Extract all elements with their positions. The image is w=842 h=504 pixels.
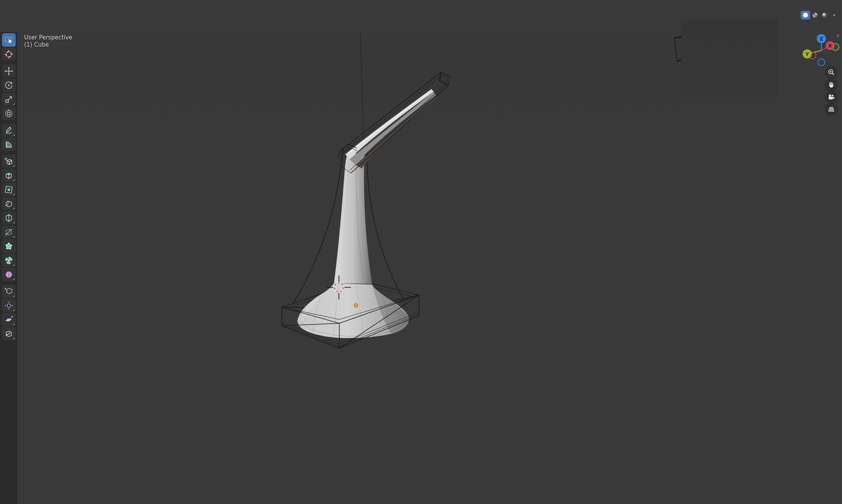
tool-transform[interactable] — [2, 107, 16, 120]
tool-measure[interactable] — [2, 138, 16, 151]
viewport-canvas[interactable]: X Y Z Options ⌄ — [0, 20, 842, 504]
tool-move[interactable] — [2, 64, 16, 78]
tab-rendering[interactable]: Rendering — [401, 0, 440, 9]
shading-rendered-button[interactable] — [820, 11, 829, 20]
tab-modeling[interactable]: Modeling — [169, 0, 204, 9]
select-op-subtract[interactable] — [33, 21, 42, 31]
tool-loop-cut[interactable] — [2, 211, 16, 224]
menu-edit[interactable]: Edit — [31, 0, 51, 9]
tool-settings-right: X Y Z Options ⌄ — [746, 22, 837, 31]
snap-toggle[interactable] — [423, 11, 432, 20]
transform-orientation-dropdown[interactable]: Global ▾ — [366, 11, 403, 20]
proportional-edit-toggle[interactable] — [448, 11, 458, 20]
tab-animation[interactable]: Animation — [362, 0, 400, 9]
menu-render[interactable]: Render — [51, 0, 79, 9]
shading-wireframe-button[interactable] — [791, 11, 801, 20]
menu-edge[interactable]: Edge — [217, 11, 240, 20]
show-overlays-toggle[interactable] — [757, 11, 767, 20]
editor-type-button[interactable]: ▾ — [3, 11, 19, 20]
lamp-mesh-object[interactable] — [268, 31, 459, 382]
snap-path-icon[interactable] — [787, 23, 796, 29]
tool-bevel[interactable] — [2, 197, 16, 210]
pivot-point-dropdown[interactable]: ▾ — [405, 11, 420, 20]
sidebar-collapse-arrow[interactable]: ‹ — [837, 32, 839, 39]
menu-view[interactable]: View — [103, 11, 125, 20]
options-dropdown[interactable]: Options ⌄ — [801, 22, 837, 31]
blender-logo-icon[interactable] — [0, 2, 13, 8]
tool-knife[interactable] — [2, 225, 16, 239]
snapping-group: ▾ — [423, 11, 445, 20]
zoom-button[interactable] — [825, 66, 838, 79]
select-op-intersect[interactable] — [54, 21, 63, 31]
pan-button[interactable] — [825, 78, 838, 91]
tool-add-cube[interactable] — [2, 154, 16, 168]
menu-vertex[interactable]: Vertex — [191, 11, 217, 20]
zoom-icon — [827, 68, 835, 76]
tool-rip-region[interactable] — [2, 327, 16, 340]
tool-extrude-region[interactable] — [2, 169, 16, 182]
tool-annotate[interactable] — [2, 124, 16, 137]
tool-settings-bar: X Y Z Options ⌄ — [0, 20, 842, 32]
tool-shear[interactable] — [2, 313, 16, 326]
tab-compositing[interactable]: Compositing — [440, 0, 485, 9]
select-op-invert[interactable] — [43, 21, 53, 31]
tab-uv-editing[interactable]: UV Editing — [242, 0, 281, 9]
show-object-types-dropdown[interactable]: ▾ — [718, 11, 732, 20]
toolbar — [0, 32, 17, 504]
header-center-cluster: Global ▾ ▾ — [366, 11, 470, 20]
xray-toggle[interactable] — [779, 11, 788, 20]
tool-scale[interactable] — [2, 93, 16, 106]
menu-window[interactable]: Window — [80, 0, 111, 9]
snap-with-dropdown[interactable]: ▾ — [433, 11, 445, 20]
mirror-x-button[interactable]: X — [756, 22, 764, 30]
tool-shrink-fatten[interactable] — [2, 299, 16, 312]
tool-edge-slide[interactable] — [2, 285, 16, 298]
tab-shading[interactable]: Shading — [328, 0, 361, 9]
tool-smooth[interactable] — [2, 268, 16, 281]
add-workspace-button[interactable]: + — [580, 0, 591, 9]
show-gizmo-toggle[interactable] — [736, 11, 745, 20]
shading-dropdown[interactable]: ▾ — [829, 11, 839, 20]
tab-texture-paint[interactable]: Texture Paint — [281, 0, 328, 9]
mode-dropdown[interactable]: Edit Mode ▾ — [21, 11, 68, 20]
tab-geometry-nodes[interactable]: Geometry Nodes — [486, 0, 544, 9]
tool-spin[interactable] — [2, 254, 16, 267]
tool-select-box[interactable] — [2, 33, 16, 47]
select-op-set[interactable] — [12, 21, 22, 31]
tool-poly-build[interactable] — [2, 239, 16, 253]
menu-help[interactable]: Help — [111, 0, 132, 9]
camera-view-button[interactable] — [825, 91, 838, 104]
chevron-down-icon: ▾ — [467, 13, 468, 17]
tool-rotate[interactable] — [2, 78, 16, 92]
mirror-z-button[interactable]: Z — [774, 22, 782, 30]
gizmo-dropdown[interactable]: ▾ — [745, 11, 755, 20]
menu-uv[interactable]: UV — [260, 11, 276, 20]
edge-select-icon[interactable] — [80, 11, 90, 20]
shading-material-button[interactable] — [810, 11, 820, 20]
grid-ortho-button[interactable] — [825, 103, 838, 116]
material-sphere-icon — [812, 12, 818, 18]
menu-file[interactable]: File — [13, 0, 31, 9]
vertex-select-icon[interactable] — [71, 11, 80, 20]
select-mode-segment — [71, 11, 100, 20]
tab-sculpting[interactable]: Sculpting — [205, 0, 241, 9]
select-op-extend[interactable] — [23, 21, 32, 31]
tab-layout[interactable]: Layout — [139, 0, 168, 9]
menu-add[interactable]: Add — [150, 11, 169, 20]
shading-solid-button[interactable] — [801, 11, 810, 20]
chevron-down-icon: ▾ — [728, 13, 730, 17]
tab-scripting[interactable]: Scripting — [545, 0, 579, 9]
wireframe-sphere-icon — [793, 12, 799, 18]
menu-select[interactable]: Select — [124, 11, 150, 20]
view-perspective-label: User Perspective — [24, 34, 72, 41]
face-select-icon[interactable] — [90, 11, 100, 20]
tool-cursor[interactable] — [2, 47, 16, 61]
navigation-gizmo[interactable]: Z X Y — [802, 31, 842, 71]
menu-face[interactable]: Face — [240, 11, 260, 20]
tool-inset-faces[interactable] — [2, 183, 16, 196]
falloff-dropdown[interactable]: ▾ — [458, 11, 470, 20]
overlays-dropdown[interactable]: ▾ — [767, 11, 777, 20]
menu-mesh[interactable]: Mesh — [169, 11, 192, 20]
gizmo-neg-z-ball[interactable] — [818, 59, 825, 66]
mirror-y-button[interactable]: Y — [765, 22, 773, 30]
